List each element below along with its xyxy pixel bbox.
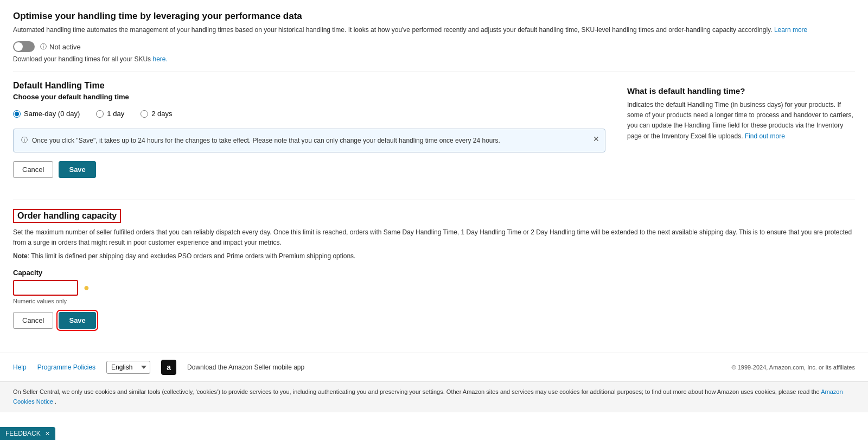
default-cancel-button[interactable]: Cancel <box>13 161 53 178</box>
order-capacity-desc: Set the maximum number of seller fulfill… <box>13 227 855 248</box>
banner-info-icon: ⓘ <box>21 136 28 145</box>
order-cancel-button[interactable]: Cancel <box>13 312 53 329</box>
cursor-indicator: ● <box>84 282 90 294</box>
toggle-row: ⓘ Not active <box>13 41 855 52</box>
download-link[interactable]: here. <box>152 55 167 63</box>
amazon-app-icon: a <box>161 360 176 375</box>
main-content: Optimise your handling time by leveragin… <box>0 0 868 353</box>
note-text: Note: This limit is defined per shipping… <box>13 252 855 260</box>
radio-2-days[interactable]: 2 days <box>141 110 172 118</box>
programme-policies-link[interactable]: Programme Policies <box>37 364 95 371</box>
banner-text: Once you click "Save", it takes up to 24… <box>32 136 597 145</box>
divider-2 <box>13 200 855 200</box>
section-subtitle: Choose your default handling time <box>13 93 605 101</box>
numeric-hint: Numeric values only <box>13 298 855 304</box>
download-text: Download your handling times for all you… <box>13 55 855 63</box>
info-icon: ⓘ <box>40 42 47 52</box>
radio-1-day-input[interactable] <box>96 110 104 118</box>
divider-1 <box>13 72 855 72</box>
radio-1-day[interactable]: 1 day <box>96 110 124 118</box>
radio-same-day-label: Same-day (0 day) <box>24 110 80 118</box>
page-title: Optimise your handling time by leveragin… <box>13 11 855 22</box>
toggle-switch[interactable] <box>13 41 35 52</box>
cookie-bar: On Seller Central, we only use cookies a… <box>0 381 868 412</box>
order-save-button[interactable]: Save <box>59 312 95 329</box>
close-banner-button[interactable]: ✕ <box>593 135 599 143</box>
copyright-text: © 1999-2024, Amazon.com, Inc. or its aff… <box>732 364 855 371</box>
help-link[interactable]: Help <box>13 364 27 371</box>
language-select[interactable]: English Deutsch Español Français Italian… <box>106 361 150 374</box>
two-col-layout: Default Handling Time Choose your defaul… <box>13 81 855 191</box>
capacity-input-row: ● <box>13 280 855 296</box>
toggle-status: ⓘ Not active <box>40 42 81 52</box>
radio-2-days-input[interactable] <box>141 110 148 118</box>
info-banner: ⓘ Once you click "Save", it takes up to … <box>13 129 605 152</box>
section-title: Default Handling Time <box>13 81 605 91</box>
capacity-input[interactable] <box>13 280 78 296</box>
radio-2-days-label: 2 days <box>151 110 172 118</box>
learn-more-link[interactable]: Learn more <box>774 26 807 34</box>
capacity-label: Capacity <box>13 269 855 277</box>
toggle-knob <box>14 42 23 51</box>
what-is-box: What is default handling time? Indicates… <box>627 81 855 191</box>
order-capacity-title: Order handling capacity <box>13 209 121 223</box>
radio-same-day-input[interactable] <box>13 110 21 118</box>
radio-row: Same-day (0 day) 1 day 2 days <box>13 110 605 118</box>
page-subtitle: Automated handling time automates the ma… <box>13 25 855 35</box>
main-col: Default Handling Time Choose your defaul… <box>13 81 605 191</box>
default-handling-btn-row: Cancel Save <box>13 161 605 178</box>
what-is-text: Indicates the default Handling Time (in … <box>627 100 855 142</box>
order-capacity-btn-row: Cancel Save <box>13 312 855 329</box>
what-is-title: What is default handling time? <box>627 86 855 95</box>
footer-bar: Help Programme Policies English Deutsch … <box>0 353 868 381</box>
app-download-text: Download the Amazon Seller mobile app <box>187 364 304 371</box>
default-save-button[interactable]: Save <box>59 161 95 178</box>
order-capacity-section: Order handling capacity Set the maximum … <box>13 209 855 329</box>
radio-1-day-label: 1 day <box>107 110 124 118</box>
find-out-more-link[interactable]: Find out more <box>745 132 785 140</box>
radio-same-day[interactable]: Same-day (0 day) <box>13 110 80 118</box>
